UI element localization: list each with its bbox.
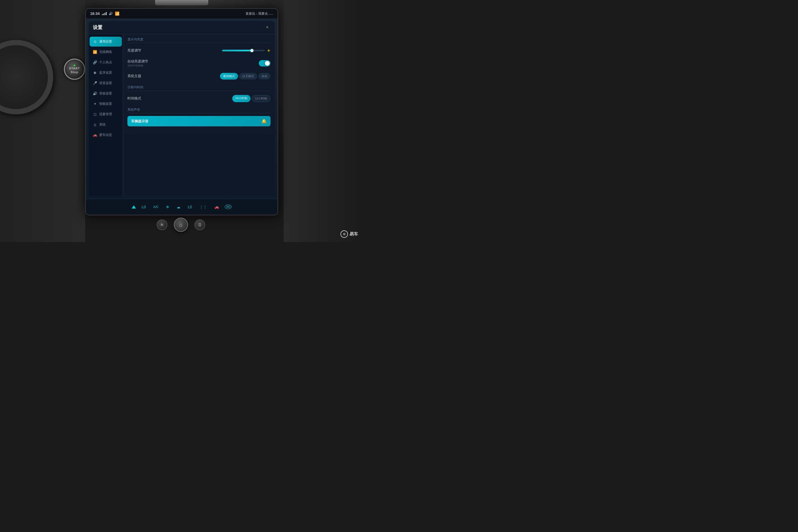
auto-brightness-label-group: 自动亮度调节 仅对中控有效 xyxy=(128,59,148,68)
settings-title: 设置 xyxy=(93,24,102,31)
vehicle-sound-label: 车辆提示音 xyxy=(131,119,148,124)
start-indicator xyxy=(74,65,75,66)
sidebar-label-hotspot: 个人热点 xyxy=(99,60,112,65)
sidebar-label-general: 通用设置 xyxy=(99,39,112,44)
sidebar-item-sound[interactable]: 🔊 音效设置 xyxy=(90,89,122,98)
sidebar-item-smart[interactable]: ✦ 智能设置 xyxy=(90,99,122,109)
close-button[interactable]: × xyxy=(264,24,270,31)
traffic-icon: ◫ xyxy=(93,112,97,116)
watermark-text: 易车 xyxy=(349,231,358,237)
theme-btn-auto[interactable]: 自动 xyxy=(258,73,270,79)
time-btn-12h[interactable]: 12小时制 xyxy=(252,95,270,102)
bottom-icon-grid[interactable]: ⋮⋮ xyxy=(198,204,209,210)
settings-main-content: 显示与亮度 亮度调节 ☀ xyxy=(123,34,275,196)
nav-up-icon[interactable] xyxy=(132,205,136,209)
bottom-icon-ac[interactable]: A/C xyxy=(152,204,160,210)
auto-brightness-row: 自动亮度调节 仅对中控有效 xyxy=(128,58,270,68)
status-left: 16:34 🔊 📶 xyxy=(90,12,119,16)
sidebar-label-traffic: 流量管理 xyxy=(99,112,112,116)
settings-sidebar: ⊙ 通用设置 📶 无线网络 🔗 个人热点 ✱ 蓝牙设置 xyxy=(89,34,123,196)
sidebar-item-wifi[interactable]: 📶 无线网络 xyxy=(90,47,122,57)
settings-body: ⊙ 通用设置 📶 无线网络 🔗 个人热点 ✱ 蓝牙设置 xyxy=(89,34,275,196)
time-display: 16:34 xyxy=(90,12,100,16)
sidebar-item-traffic[interactable]: ◫ 流量管理 xyxy=(90,109,122,119)
toggle-thumb xyxy=(265,61,270,66)
system-sound-section: 系统声音 车辆提示音 🔔 xyxy=(128,108,270,126)
signal-bar-1 xyxy=(102,14,103,15)
bottom-icon-cloud[interactable]: ☁ xyxy=(175,204,182,210)
bottom-icon-lo2[interactable]: L0 xyxy=(186,204,194,210)
right-panel xyxy=(284,0,363,242)
theme-label: 系统主题 xyxy=(128,74,141,78)
sidebar-item-system[interactable]: ||| 系统 xyxy=(90,120,122,130)
time-format-label: 时间格式 xyxy=(128,96,141,101)
hotspot-icon: 🔗 xyxy=(93,60,97,64)
left-control-icon: ❄ xyxy=(160,223,164,227)
start-stop-button[interactable]: START Stop xyxy=(64,58,85,80)
auto-brightness-sublabel: 仅对中控有效 xyxy=(128,64,148,68)
sidebar-item-carinfo[interactable]: 🚗 爱车信息 xyxy=(90,130,122,140)
theme-buttons: 夜间模式 白天模式 自动 xyxy=(220,73,270,79)
bottom-icon-fan[interactable]: ❄ xyxy=(165,204,171,210)
auto-brightness-toggle[interactable] xyxy=(259,60,270,66)
signal-bars xyxy=(102,12,107,15)
right-control-icon: ☰ xyxy=(198,223,202,227)
theme-btn-night[interactable]: 夜间模式 xyxy=(220,73,238,79)
sidebar-item-general[interactable]: ⊙ 通用设置 xyxy=(90,37,122,46)
sidebar-item-voice[interactable]: 🎤 语音设置 xyxy=(90,78,122,88)
settings-panel: 设置 × ⊙ 通用设置 📶 无线网络 🔗 xyxy=(89,21,275,196)
steering-wheel xyxy=(0,40,53,114)
sidebar-item-hotspot[interactable]: 🔗 个人热点 xyxy=(90,57,122,67)
watermark: ⊙ 易车 xyxy=(341,230,358,238)
brightness-slider-container: ☀ xyxy=(141,48,270,53)
volume-icon: 🔊 xyxy=(109,12,113,15)
sidebar-item-bluetooth[interactable]: ✱ 蓝牙设置 xyxy=(90,68,122,78)
general-icon: ⊙ xyxy=(93,40,97,44)
start-label: START xyxy=(69,67,80,70)
sidebar-label-sound: 音效设置 xyxy=(99,91,112,96)
signal-bar-4 xyxy=(106,12,107,15)
screen-content: 设置 × ⊙ 通用设置 📶 无线网络 🔗 xyxy=(86,18,278,199)
display-section-title: 显示与亮度 xyxy=(128,37,270,43)
theme-row: 系统主题 夜间模式 白天模式 自动 xyxy=(128,71,270,81)
sidebar-label-system: 系统 xyxy=(99,122,106,127)
display-section: 显示与亮度 亮度调节 ☀ xyxy=(128,37,270,81)
time-btn-24h[interactable]: 24小时制 xyxy=(232,95,251,102)
watermark-icon: ⊙ xyxy=(343,232,345,236)
air-vent-top xyxy=(155,0,208,5)
brightness-row: 亮度调节 ☀ xyxy=(128,46,270,55)
settings-header: 设置 × xyxy=(89,21,275,34)
sidebar-label-bluetooth: 蓝牙设置 xyxy=(99,71,112,75)
system-sound-title: 系统声音 xyxy=(128,108,270,113)
bell-icon: 🔔 xyxy=(262,119,267,124)
brightness-label: 亮度调节 xyxy=(128,48,141,53)
bottom-icon-360[interactable]: 360 xyxy=(225,205,232,209)
smart-icon: ✦ xyxy=(93,102,97,106)
vehicle-sound-row[interactable]: 车辆提示音 🔔 xyxy=(128,116,270,126)
brightness-fill xyxy=(222,50,252,51)
sun-icon: ☀ xyxy=(267,48,270,53)
bottom-bar: L0 A/C ❄ ☁ L0 ⋮⋮ 🚗 360 xyxy=(86,199,278,215)
left-control-button[interactable]: ❄ xyxy=(157,220,167,230)
time-format-row: 时间格式 24小时制 12小时制 xyxy=(128,94,270,103)
theme-btn-day[interactable]: 白天模式 xyxy=(239,73,257,79)
stop-label: Stop xyxy=(71,71,78,74)
bottom-icon-car[interactable]: 🚗 xyxy=(213,204,221,210)
home-button[interactable]: ⌂ xyxy=(174,217,188,232)
signal-bar-3 xyxy=(104,13,105,15)
sidebar-label-smart: 智能设置 xyxy=(99,101,112,106)
time-format-buttons: 24小时制 12小时制 xyxy=(232,95,271,102)
watermark-circle: ⊙ xyxy=(341,230,348,238)
bottom-icon-lo1[interactable]: L0 xyxy=(140,204,148,210)
brightness-thumb xyxy=(250,49,253,52)
voice-hint: 直接说：我要去...... xyxy=(246,12,273,16)
brightness-slider[interactable] xyxy=(222,50,265,51)
system-icon: ||| xyxy=(93,123,97,126)
right-control-button[interactable]: ☰ xyxy=(194,220,205,230)
status-bar: 16:34 🔊 📶 直接说：我要去...... xyxy=(86,9,278,18)
sidebar-label-wifi: 无线网络 xyxy=(99,50,112,54)
left-panel: START Stop xyxy=(0,0,85,242)
bluetooth-icon: ✱ xyxy=(93,71,97,75)
signal-bar-2 xyxy=(103,14,104,15)
home-area: ❄ ⌂ ☰ xyxy=(157,217,205,232)
